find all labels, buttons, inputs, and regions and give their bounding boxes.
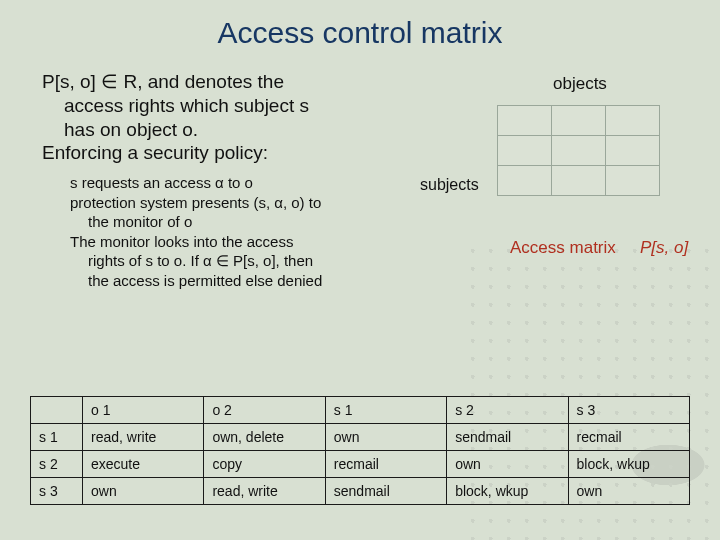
- table-header-row: o 1 o 2 s 1 s 2 s 3: [31, 397, 690, 424]
- step-line-3c: the access is permitted else denied: [70, 271, 442, 291]
- steps-paragraph: s requests an access α to o protection s…: [42, 173, 442, 290]
- table-cell: own: [568, 478, 689, 505]
- table-cell: sendmail: [325, 478, 446, 505]
- row-header: s 3: [31, 478, 83, 505]
- table-cell: own: [83, 478, 204, 505]
- intro-line-1: P[s, o] ∈ R, and denotes the: [42, 71, 284, 92]
- access-matrix-label: Access matrix: [510, 238, 616, 258]
- step-line-2b: the monitor of o: [70, 212, 442, 232]
- matrix-cell: [551, 105, 606, 136]
- table-row: s 2 execute copy recmail own block, wkup: [31, 451, 690, 478]
- table-cell: block, wkup: [447, 478, 568, 505]
- row-header: s 1: [31, 424, 83, 451]
- col-header: s 1: [325, 397, 446, 424]
- matrix-cell: [605, 135, 660, 166]
- slide: Access control matrix P[s, o] ∈ R, and d…: [0, 0, 720, 540]
- intro-paragraph: P[s, o] ∈ R, and denotes the access righ…: [42, 70, 422, 165]
- step-line-2a: protection system presents (s, α, o) to: [70, 194, 321, 211]
- row-header: s 2: [31, 451, 83, 478]
- col-header: s 3: [568, 397, 689, 424]
- col-header: o 2: [204, 397, 325, 424]
- intro-line-4: Enforcing a security policy:: [42, 142, 268, 163]
- table-cell: block, wkup: [568, 451, 689, 478]
- col-header: s 2: [447, 397, 568, 424]
- page-title: Access control matrix: [0, 0, 720, 50]
- intro-line-2: access rights which subject s: [42, 94, 422, 118]
- table-cell: own, delete: [204, 424, 325, 451]
- table-row: s 1 read, write own, delete own sendmail…: [31, 424, 690, 451]
- table-cell: execute: [83, 451, 204, 478]
- intro-line-3: has on object o.: [42, 118, 422, 142]
- matrix-cell: [497, 135, 552, 166]
- step-line-3b: rights of s to o. If α ∈ P[s, o], then: [70, 251, 442, 271]
- step-line-1: s requests an access α to o: [70, 174, 253, 191]
- table-cell: recmail: [568, 424, 689, 451]
- access-table: o 1 o 2 s 1 s 2 s 3 s 1 read, write own,…: [30, 396, 690, 505]
- table-cell: own: [325, 424, 446, 451]
- matrix-cell: [497, 165, 552, 196]
- subjects-label: subjects: [420, 176, 479, 194]
- objects-label: objects: [553, 74, 607, 94]
- table-cell: copy: [204, 451, 325, 478]
- table-cell: sendmail: [447, 424, 568, 451]
- matrix-cell: [605, 165, 660, 196]
- table-row: s 3 own read, write sendmail block, wkup…: [31, 478, 690, 505]
- matrix-cell: [497, 105, 552, 136]
- table-cell: recmail: [325, 451, 446, 478]
- matrix-diagram: [498, 106, 660, 196]
- matrix-cell: [551, 165, 606, 196]
- table-cell: own: [447, 451, 568, 478]
- step-line-3a: The monitor looks into the access: [70, 233, 293, 250]
- pso-label: P[s, o]: [640, 238, 688, 258]
- table-cell: read, write: [83, 424, 204, 451]
- table-cell: read, write: [204, 478, 325, 505]
- matrix-cell: [605, 105, 660, 136]
- table-corner: [31, 397, 83, 424]
- col-header: o 1: [83, 397, 204, 424]
- matrix-cell: [551, 135, 606, 166]
